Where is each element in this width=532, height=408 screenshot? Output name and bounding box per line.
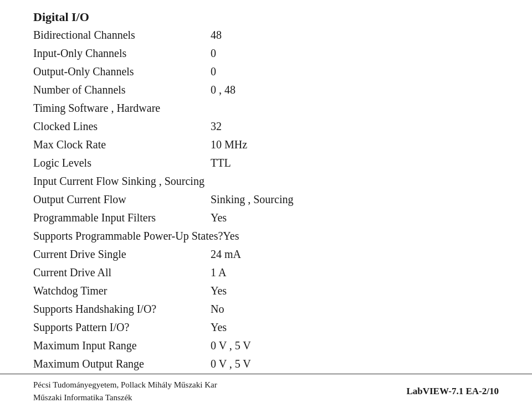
spec-row: Output-Only Channels0: [33, 63, 499, 80]
footer: Pécsi Tudományegyetem, Pollack Mihály Mű…: [0, 374, 532, 408]
spec-label: Output-Only Channels: [33, 63, 211, 80]
spec-label: Supports Handshaking I/O?: [33, 301, 211, 318]
spec-row: Maximum Output Range0 V , 5 V: [33, 355, 499, 373]
spec-value: 0 V , 5 V: [211, 355, 499, 373]
spec-value: No: [211, 301, 499, 318]
specs-list: Bidirectional Channels48Input-Only Chann…: [33, 27, 499, 373]
spec-row: Input Current Flow Sinking , Sourcing: [33, 173, 499, 190]
spec-value: Yes: [211, 319, 499, 336]
spec-label: Clocked Lines: [33, 118, 211, 135]
spec-label: Max Clock Rate: [33, 136, 211, 153]
spec-row: Bidirectional Channels48: [33, 27, 499, 44]
spec-value: 48: [211, 27, 499, 44]
spec-row: Supports Programmable Power-Up States?Ye…: [33, 228, 499, 245]
spec-value: 10 MHz: [211, 136, 499, 153]
spec-value: Yes: [223, 228, 499, 245]
spec-value: 0 , 48: [211, 81, 499, 99]
spec-row: Programmable Input FiltersYes: [33, 209, 499, 226]
footer-line2: Műszaki Informatika Tanszék: [33, 391, 217, 404]
spec-value: Yes: [211, 209, 499, 226]
spec-row: Current Drive Single24 mA: [33, 246, 499, 263]
spec-label: Input Current Flow Sinking , Sourcing: [33, 173, 211, 190]
footer-brand: LabVIEW-7.1 EA-2/10: [406, 386, 499, 397]
spec-label: Output Current Flow: [33, 191, 211, 208]
spec-label: Bidirectional Channels: [33, 27, 211, 44]
spec-row: Watchdog TimerYes: [33, 282, 499, 299]
spec-row: Supports Pattern I/O?Yes: [33, 319, 499, 336]
spec-label: Supports Pattern I/O?: [33, 319, 211, 336]
spec-label: Timing Software , Hardware: [33, 100, 211, 117]
main-content: Digital I/O Bidirectional Channels48Inpu…: [0, 0, 532, 373]
spec-value: 0: [211, 63, 499, 80]
spec-value: 0 V , 5 V: [211, 337, 499, 354]
spec-row: Supports Handshaking I/O?No: [33, 301, 499, 318]
spec-value: 32: [211, 118, 499, 135]
spec-label: Maximum Input Range: [33, 337, 211, 354]
spec-row: Logic LevelsTTL: [33, 154, 499, 172]
footer-line1: Pécsi Tudományegyetem, Pollack Mihály Mű…: [33, 379, 217, 391]
spec-row: Number of Channels0 , 48: [33, 81, 499, 99]
spec-row: Max Clock Rate10 MHz: [33, 136, 499, 153]
spec-label: Supports Programmable Power-Up States?: [33, 228, 223, 245]
spec-value: 24 mA: [211, 246, 499, 263]
spec-label: Number of Channels: [33, 81, 211, 99]
spec-label: Maximum Output Range: [33, 355, 211, 373]
page-title: Digital I/O: [33, 10, 499, 24]
spec-label: Current Drive Single: [33, 246, 211, 263]
spec-row: Input-Only Channels0: [33, 45, 499, 62]
spec-row: Timing Software , Hardware: [33, 100, 499, 117]
spec-value: Sinking , Sourcing: [211, 191, 499, 208]
spec-value: 0: [211, 45, 499, 62]
spec-value: 1 A: [211, 264, 499, 281]
spec-row: Output Current FlowSinking , Sourcing: [33, 191, 499, 208]
spec-label: Watchdog Timer: [33, 282, 211, 299]
footer-left: Pécsi Tudományegyetem, Pollack Mihály Mű…: [33, 379, 217, 404]
spec-label: Programmable Input Filters: [33, 209, 211, 226]
spec-label: Logic Levels: [33, 154, 211, 172]
spec-value: TTL: [211, 154, 499, 172]
spec-row: Current Drive All1 A: [33, 264, 499, 281]
spec-row: Clocked Lines32: [33, 118, 499, 135]
spec-label: Current Drive All: [33, 264, 211, 281]
spec-value: Yes: [211, 282, 499, 299]
spec-row: Maximum Input Range0 V , 5 V: [33, 337, 499, 354]
spec-label: Input-Only Channels: [33, 45, 211, 62]
